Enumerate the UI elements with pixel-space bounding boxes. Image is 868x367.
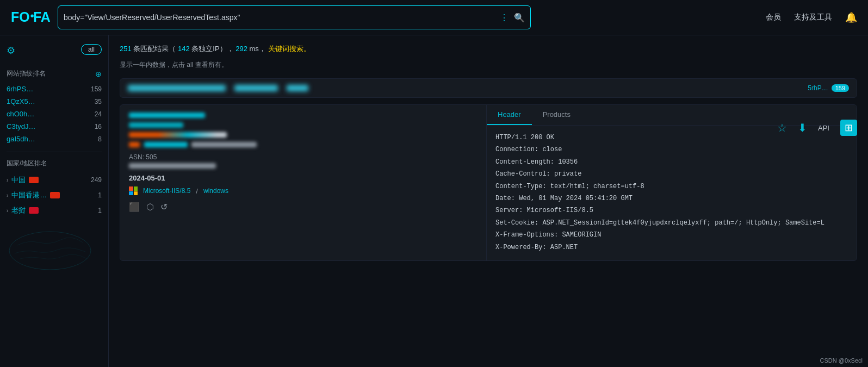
country-item[interactable]: › 老挝 1 — [7, 203, 102, 218]
api-label[interactable]: API — [818, 124, 829, 132]
toolbar-right: ☆ ⬇ API ⊞ — [777, 120, 857, 136]
result-card-left: ASN: 505 2024-05-01 Microsoft-IIS/8.5 / … — [120, 105, 487, 260]
header-line: Cache-Control: private — [495, 169, 848, 179]
date-label: 2024-05-01 — [129, 174, 478, 182]
search-bar[interactable]: ⋮ 🔍 — [58, 5, 531, 29]
svg-point-2 — [30, 14, 33, 17]
time-count: 292 — [235, 45, 247, 53]
world-map — [7, 229, 102, 274]
unique-ip-count: 142 — [178, 45, 190, 53]
blurred-line-3 — [129, 132, 227, 138]
blurred-bar-2 — [234, 85, 278, 91]
content-wrapper: 251 条匹配结果（ 142 条独立IP）， 292 ms， 关键词搜索。 显示… — [109, 35, 868, 367]
footer-watermark: CSDN @0xSecl — [820, 357, 863, 364]
fingerprint-item[interactable]: 6rhPS…159 — [7, 83, 102, 95]
flag-icon — [50, 192, 60, 198]
download-icon[interactable]: ⬇ — [798, 121, 807, 134]
blurred-line-2 — [129, 122, 183, 128]
sidebar: ⚙ all 网站指纹排名 ⊕ 6rhPS…1591QzX5…35chO0h…24… — [0, 35, 109, 367]
microsoft-icon — [129, 186, 138, 195]
svg-text:FO: FO — [11, 9, 30, 24]
header-line: Set-Cookie: ASP.NET_SessionId=gttek4f0yj… — [495, 217, 848, 228]
asn-line: ASN: 505 — [129, 153, 478, 161]
country-list: › 中国 249 › 中国香港… 1 › 老挝 1 — [7, 172, 102, 218]
header-line: Content-Length: 10356 — [495, 157, 848, 167]
grid-icon[interactable]: ⊞ — [840, 120, 857, 136]
tab-products[interactable]: Products — [532, 105, 581, 125]
member-link[interactable]: 会员 — [766, 13, 781, 22]
header-line: Connection: close — [495, 144, 848, 155]
header-line: Date: Wed, 01 May 2024 05:41:20 GMT — [495, 193, 848, 204]
cube-icon[interactable]: ⬡ — [146, 202, 154, 212]
refresh-icon[interactable]: ↺ — [160, 202, 168, 212]
filter-tag[interactable]: all — [81, 44, 102, 55]
tech1-label[interactable]: Microsoft-IIS/8.5 — [143, 187, 190, 195]
country-section-title: 国家/地区排名 — [7, 159, 102, 168]
star-icon[interactable]: ☆ — [777, 121, 787, 134]
header-content: HTTP/1.1 200 OKConnection: closeContent-… — [487, 126, 857, 260]
blurred-line-1 — [129, 113, 205, 118]
header-line: Server: Microsoft-IIS/8.5 — [495, 205, 848, 216]
tech2-label[interactable]: windows — [203, 187, 228, 195]
more-options-icon[interactable]: ⋮ — [500, 13, 509, 23]
results-summary: 251 条匹配结果（ 142 条独立IP）， 292 ms， 关键词搜索。 — [120, 44, 857, 54]
svg-point-3 — [9, 232, 91, 270]
logo: FO FA — [11, 7, 49, 28]
flag-icon — [29, 207, 39, 214]
result-card-top: 5rhP… 159 — [120, 78, 857, 98]
badge-label: 5rhP… — [808, 84, 828, 92]
results-note: 显示一年内数据，点击 all 查看所有。 — [120, 60, 857, 70]
search-icon[interactable]: 🔍 — [514, 13, 525, 23]
support-link[interactable]: 支持及工具 — [794, 13, 832, 22]
content: 251 条匹配结果（ 142 条独立IP）， 292 ms， 关键词搜索。 显示… — [109, 35, 868, 270]
header: FO FA ⋮ 🔍 会员 支持及工具 🔔 — [0, 0, 868, 35]
main-layout: ⚙ all 网站指纹排名 ⊕ 6rhPS…1591QzX5…35chO0h…24… — [0, 35, 868, 367]
country-item[interactable]: › 中国 249 — [7, 172, 102, 188]
tab-header[interactable]: Header — [487, 105, 532, 125]
fingerprint-item[interactable]: 1QzX5…35 — [7, 95, 102, 108]
fingerprint-item[interactable]: gaI5dh…8 — [7, 133, 102, 145]
code-icon[interactable]: ⬛ — [129, 202, 140, 212]
count-badge: 159 — [832, 84, 849, 92]
tech-row: Microsoft-IIS/8.5 / windows — [129, 186, 478, 195]
bell-icon[interactable]: 🔔 — [845, 11, 857, 23]
fingerprint-item[interactable]: C3tydJ…16 — [7, 120, 102, 133]
blurred-line-6 — [191, 142, 257, 147]
country-item[interactable]: › 中国香港… 1 — [7, 188, 102, 203]
header-nav: 会员 支持及工具 🔔 — [766, 11, 857, 23]
header-line: X-Frame-Options: SAMEORIGIN — [495, 229, 848, 240]
fingerprint-section-title: 网站指纹排名 ⊕ — [7, 69, 102, 78]
total-count: 251 — [120, 45, 132, 53]
search-input[interactable] — [64, 13, 500, 22]
blurred-org — [129, 163, 216, 169]
fingerprint-filter-icon[interactable]: ⊕ — [95, 70, 102, 78]
header-line: Content-Type: text/html; charset=utf-8 — [495, 181, 848, 192]
result-card-main: ASN: 505 2024-05-01 Microsoft-IIS/8.5 / … — [120, 104, 857, 261]
svg-text:FA: FA — [33, 9, 51, 24]
blurred-line-5 — [144, 142, 188, 147]
blurred-line-4 — [129, 142, 140, 147]
fingerprint-item[interactable]: chO0h…24 — [7, 108, 102, 120]
header-line: X-Powered-By: ASP.NET — [495, 242, 848, 253]
fingerprint-list: 6rhPS…1591QzX5…35chO0h…24C3tydJ…16gaI5dh… — [7, 83, 102, 145]
blurred-bar-3 — [287, 85, 308, 91]
keyword-link[interactable]: 关键词搜索。 — [268, 45, 311, 53]
action-icons: ⬛ ⬡ ↺ — [129, 202, 478, 212]
filter-icon[interactable]: ⚙ — [7, 45, 15, 57]
blurred-bar-1 — [128, 85, 226, 91]
flag-icon — [29, 177, 39, 183]
